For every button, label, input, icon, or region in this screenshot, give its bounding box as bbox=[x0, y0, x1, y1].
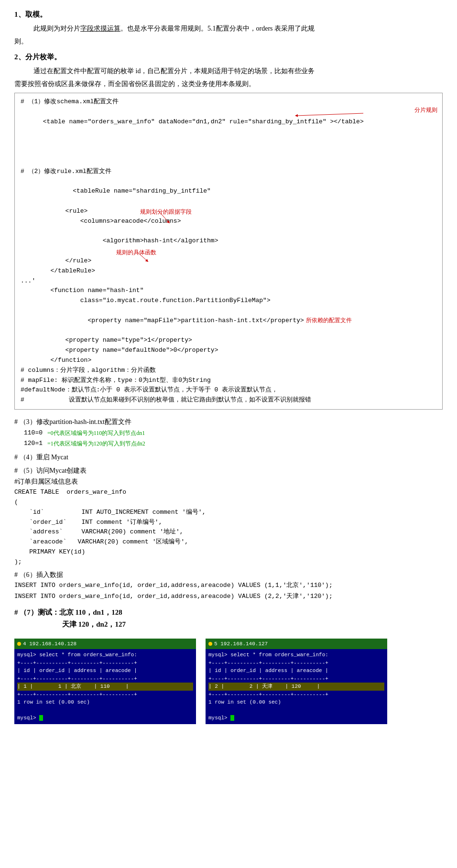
code-line-13: <property name="mapFile">partition-hash-… bbox=[21, 306, 366, 336]
code-line-6: <columns>areacode</columns> bbox=[21, 217, 366, 227]
section2-body1: 通过在配置文件中配置可能的枚举 id，自己配置分片，本规则适用于特定的场景，比如… bbox=[33, 65, 443, 77]
step4: # （4）重启 Mycat bbox=[14, 452, 443, 463]
step3-line1-row: 110=0 =0代表区域编号为110的写入到节点dn1 bbox=[24, 428, 443, 438]
t1-line9: mysql> bbox=[17, 714, 193, 722]
annotation-sharding-rule: 分片规则 bbox=[414, 106, 437, 115]
step3-line1-annotation: =0代表区域编号为110的写入到节点dn1 bbox=[47, 428, 145, 438]
code-line-14: <property name="type">1</property> bbox=[21, 336, 366, 346]
section1: 1、取模。 此规则为对分片字段求摸运算。也是水平分表最常用规则。5.1配置分表中… bbox=[14, 9, 443, 47]
code-line-4: <tableRule name="sharding_by_intfile" bbox=[21, 177, 366, 206]
svg-line-2 bbox=[138, 252, 147, 261]
code-line-20: # 设置默认节点如果碰到不识别的枚举值，就让它路由到默认节点，如不设置不识别就报… bbox=[21, 395, 366, 405]
t1-line2: +----+----------+---------+----------+ bbox=[17, 659, 193, 667]
insert-section: INSERT INTO orders_ware_info(id, order_i… bbox=[14, 580, 443, 601]
code-line-12: class="io.mycat.route.function.Partition… bbox=[21, 296, 366, 306]
t1-cursor bbox=[39, 715, 43, 721]
code-block: # （1）修改schema.xml配置文件 <table name="order… bbox=[14, 93, 443, 410]
svg-line-1 bbox=[159, 212, 169, 222]
code-line-1: # （1）修改schema.xml配置文件 bbox=[21, 97, 366, 107]
terminal2-title: 5 192.168.140.127 bbox=[214, 640, 268, 649]
t2-line1: mysql> select * from orders_ware_info: bbox=[208, 651, 384, 659]
code-line-9: </tableRule> bbox=[21, 266, 366, 276]
t1-line8 bbox=[17, 706, 193, 715]
terminal2-content: mysql> select * from orders_ware_info: +… bbox=[206, 649, 387, 724]
underline-text: 字段求摸运算 bbox=[80, 25, 120, 32]
terminal1-content: mysql> select * from orders_ware_info: +… bbox=[14, 649, 196, 724]
step6-text: # （6）插入数据 bbox=[14, 569, 443, 581]
ct-line8: ); bbox=[14, 557, 443, 567]
t1-line4: +----+----------+---------+----------+ bbox=[17, 675, 193, 683]
t1-line3: | id | order_id | address | areacode | bbox=[17, 667, 193, 675]
step4-text: # （4）重启 Mycat bbox=[14, 452, 443, 463]
step3-line2-row: 120=1 =1代表区域编号为120的写入到节点dn2 bbox=[24, 438, 443, 449]
step3-line2-annotation: =1代表区域编号为120的写入到节点dn2 bbox=[47, 439, 145, 448]
terminal1: 4 192.168.140.128 mysql> select * from o… bbox=[14, 639, 196, 724]
code-line-16: </function> bbox=[21, 356, 366, 366]
section1-body: 此规则为对分片字段求摸运算。也是水平分表最常用规则。5.1配置分表中，order… bbox=[33, 23, 443, 34]
step7-subtitle: 天津 120，dn2，127 bbox=[62, 618, 443, 631]
step7: # （7）测试：北京 110，dn1，128 天津 120，dn2，127 bbox=[14, 607, 443, 631]
step5-text: # （5）访问Mycat创建表 bbox=[14, 465, 443, 477]
section2-title: 2、分片枚举。 bbox=[14, 51, 443, 64]
arrow-rule-column bbox=[154, 212, 193, 226]
terminal1-title: 4 192.168.140.128 bbox=[23, 640, 76, 649]
annotation-dep-file: 所依赖的配置文件 bbox=[306, 317, 352, 324]
code-line-18: # mapFile: 标识配置文件名称，type：0为int型、非0为Strin… bbox=[21, 376, 366, 386]
ct-line7: PRIMARY KEY(id) bbox=[14, 547, 443, 557]
t2-line6: +----+----------+---------+----------+ bbox=[208, 691, 384, 699]
svg-line-0 bbox=[296, 113, 363, 116]
insert-line1: INSERT INTO orders_ware_info(id, order_i… bbox=[14, 580, 443, 591]
ct-line6: `areacode` VARCHAR(20) comment '区域编号', bbox=[14, 537, 443, 547]
ct-line4: `order_id` INT comment '订单编号', bbox=[14, 518, 443, 528]
create-table: CREATE TABLE orders_ware_info ( `id` INT… bbox=[14, 488, 443, 567]
section1-title: 1、取模。 bbox=[14, 9, 443, 21]
step5: # （5）访问Mycat创建表 #订单归属区域信息表 bbox=[14, 465, 443, 488]
section2: 2、分片枚举。 通过在配置文件中配置可能的枚举 id，自己配置分片，本规则适用于… bbox=[14, 51, 443, 90]
step3: # （3）修改partition-hash-int.txt配置文件 110=0 … bbox=[14, 416, 443, 449]
ct-line2: ( bbox=[14, 498, 443, 508]
t2-cursor bbox=[230, 715, 234, 721]
code-line-2: <table name="orders_ware_info" dataNode=… bbox=[21, 107, 366, 167]
t1-line6: +----+----------+---------+----------+ bbox=[17, 691, 193, 699]
code-line-11: <function name="hash-int" bbox=[21, 286, 366, 296]
t2-line2: +----+----------+---------+----------+ bbox=[208, 659, 384, 667]
terminal2: 5 192.168.140.127 mysql> select * from o… bbox=[206, 639, 387, 724]
terminal1-header: 4 192.168.140.128 bbox=[14, 639, 196, 650]
section2-body2: 需要按照省份或区县来做保存，而全国省份区县固定的，这类业务使用本条规则。 bbox=[14, 78, 443, 90]
t2-line4: +----+----------+---------+----------+ bbox=[208, 675, 384, 683]
code-line-3: # （2）修改rule.xml配置文件 bbox=[21, 167, 366, 177]
step3-line2-code: 120=1 bbox=[24, 438, 43, 449]
code-line-10: ...' bbox=[21, 276, 366, 286]
step7-title: # （7）测试：北京 110，dn1，128 bbox=[14, 607, 443, 619]
step5-comment: #订单归属区域信息表 bbox=[14, 476, 443, 488]
code-line-17: # columns：分片字段，algorithm：分片函数 bbox=[21, 366, 366, 376]
code-line-8: </rule> bbox=[21, 256, 366, 266]
code-line-19: #defaultNode：默认节点:小于 0 表示不设置默认节点，大于等于 0 … bbox=[21, 385, 366, 395]
step6: # （6）插入数据 bbox=[14, 569, 443, 581]
ct-line1: CREATE TABLE orders_ware_info bbox=[14, 488, 443, 498]
insert-line2: INSERT INTO orders_ware_info(id, order_i… bbox=[14, 591, 443, 602]
terminal2-dot bbox=[208, 642, 212, 646]
step3-line1-code: 110=0 bbox=[24, 428, 43, 438]
t2-line3: | id | order_id | address | areacode | bbox=[208, 667, 384, 675]
ct-line5: `address` VARCHAR(200) comment '地址', bbox=[14, 527, 443, 537]
t1-line1: mysql> select * from orders_ware_info: bbox=[17, 651, 193, 659]
terminals-row: 4 192.168.140.128 mysql> select * from o… bbox=[14, 639, 443, 724]
t2-line9: mysql> bbox=[208, 714, 384, 722]
t1-line7: 1 row in set (0.00 sec) bbox=[17, 698, 193, 706]
t2-line8 bbox=[208, 706, 384, 715]
arrow-rule-func bbox=[135, 252, 164, 265]
code-line-15: <property name="defaultNode">0</property… bbox=[21, 346, 366, 356]
t2-line5: | 2 | 2 | 天津 | 120 | bbox=[208, 683, 384, 691]
t2-line7: 1 row in set (0.00 sec) bbox=[208, 698, 384, 706]
code-line-5: <rule> bbox=[21, 206, 366, 217]
t1-line5: | 1 | 1 | 北京 | 110 | bbox=[17, 683, 193, 691]
terminal2-header: 5 192.168.140.127 bbox=[206, 639, 387, 650]
ct-line3: `id` INT AUTO_INCREMENT comment '编号', bbox=[14, 508, 443, 518]
terminal1-dot bbox=[17, 642, 21, 646]
code-line-7: <algorithm>hash-int</algorithm> bbox=[21, 227, 366, 256]
arrow-sharding-rule bbox=[294, 111, 370, 120]
step3-title: # （3）修改partition-hash-int.txt配置文件 bbox=[14, 416, 443, 428]
section1-body2: 则。 bbox=[14, 36, 443, 47]
